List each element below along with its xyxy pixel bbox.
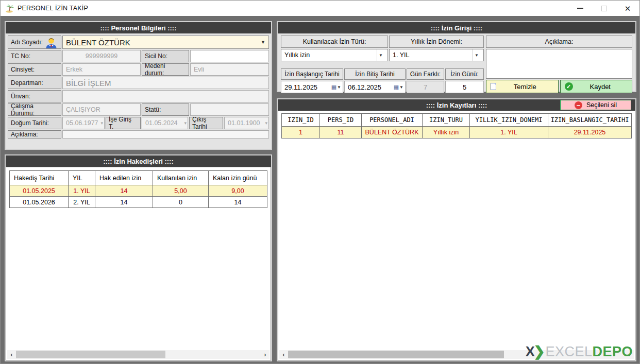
izin-turu-combobox[interactable]: Yıllık izin ▼ <box>281 49 388 61</box>
column-header[interactable]: Hak edilen izin <box>95 171 153 185</box>
table-cell[interactable]: 5,00 <box>153 185 209 197</box>
giris-aciklama-field[interactable] <box>486 49 632 79</box>
kaydet-button[interactable]: ✓ Kaydet <box>560 80 633 93</box>
gun-farkli-label: Gün Farklı: <box>407 68 444 80</box>
izin-girisi-body: Kullanılacak İzin Türü: Yıllık İzin Döne… <box>278 33 635 95</box>
ise-giris-value: 01.05.2024 <box>145 119 178 127</box>
secileni-sil-button[interactable]: − Seçileni sil <box>560 100 631 110</box>
chevron-down-icon[interactable]: ▼ <box>377 49 384 61</box>
chevron-down-icon[interactable]: ▾ <box>98 120 103 126</box>
cikis-tarihi-field[interactable]: 01.01.1900 ▾ <box>224 117 269 129</box>
ise-giris-field[interactable]: 01.05.2024 ▾ <box>142 117 188 129</box>
table-cell[interactable]: 1. YIL <box>69 185 95 197</box>
table-cell[interactable]: 11 <box>320 127 362 138</box>
izin-donemi-combobox[interactable]: 1. YIL ▼ <box>389 49 484 61</box>
scrollbar-thumb[interactable] <box>16 351 165 358</box>
bitis-tarihi-value: 06.12.2025 <box>348 83 381 91</box>
cinsiyet-label: Cinsiyet: <box>8 63 61 76</box>
table-cell[interactable]: 2. YIL <box>69 197 95 208</box>
chevron-down-icon[interactable]: ▾ <box>182 120 187 126</box>
table-cell[interactable]: 14 <box>95 197 153 208</box>
table-row[interactable]: 01.05.20251. YIL145,009,00 <box>10 185 267 197</box>
izin-kayitlari-table: IZIN_IDPERS_IDPERSONEL_ADIIZIN_TURUYILLI… <box>281 113 632 138</box>
izin-gunu-field[interactable]: 5 <box>445 81 484 93</box>
cinsiyet-field[interactable]: Erkek <box>62 63 141 76</box>
personel-bilgileri-panel: :::: Personel Bilgileri :::: Adı Soyadı: <box>5 21 272 150</box>
table-cell[interactable]: 14 <box>95 185 153 197</box>
scrollbar-track[interactable] <box>16 350 261 359</box>
table-cell[interactable]: 14 <box>209 197 267 208</box>
sicil-no-field[interactable] <box>190 50 269 62</box>
column-header[interactable]: IZIN_TURU <box>423 114 470 127</box>
column-header[interactable]: Kullanılan izin <box>153 171 209 185</box>
close-button[interactable]: ✕ <box>616 1 639 16</box>
personel-aciklama-field[interactable] <box>62 130 269 138</box>
medeni-durum-label: Medeni durum: <box>142 63 189 76</box>
close-icon: ✕ <box>625 5 631 12</box>
chevron-down-icon[interactable]: ▼ <box>473 49 480 61</box>
chevron-down-icon[interactable]: ▾ <box>263 120 267 126</box>
personel-name-combobox[interactable]: BÜLENT ÖZTÜRK ▼ <box>62 36 269 49</box>
departman-field[interactable]: BİLGİ İŞLEM <box>62 77 269 89</box>
izin-turu-label: Kullanılacak İzin Türü: <box>281 36 388 48</box>
calendar-icon[interactable]: ▦ <box>331 84 336 90</box>
baslangic-tarihi-picker[interactable]: 29.11.2025 ▦ ▼ <box>281 81 343 93</box>
izin-hakedisleri-body: Hakediş TarihiYILHak edilen izinKullanıl… <box>6 167 271 360</box>
chevron-down-icon[interactable]: ▼ <box>337 85 341 90</box>
document-icon <box>491 83 496 90</box>
hakedisler-table: Hakediş TarihiYILHak edilen izinKullanıl… <box>9 170 267 208</box>
temizle-button[interactable]: Temizle <box>486 80 559 93</box>
table-cell[interactable]: BÜLENT ÖZTÜRK <box>362 127 423 138</box>
izin-kayitlari-header-row: IZIN_IDPERS_IDPERSONEL_ADIIZIN_TURUYILLI… <box>282 114 632 127</box>
column-header[interactable]: YILLIK_IZIN_DONEMI <box>470 114 548 127</box>
title-bar: PERSONEL İZİN TAKİP ✕ <box>1 1 639 16</box>
table-cell[interactable]: 0 <box>153 197 209 208</box>
column-header[interactable]: PERSONEL_ADI <box>362 114 423 127</box>
table-cell[interactable]: Yıllık izin <box>423 127 470 138</box>
table-cell[interactable]: 1. YIL <box>470 127 548 138</box>
table-cell[interactable]: 9,00 <box>209 185 267 197</box>
hakedisler-horizontal-scrollbar[interactable] <box>7 350 270 359</box>
calendar-icon[interactable]: ▦ <box>394 84 399 90</box>
minimize-button[interactable] <box>568 1 592 16</box>
chevron-down-icon[interactable]: ▼ <box>261 40 265 45</box>
scroll-left-icon[interactable] <box>7 350 16 359</box>
scrollbar-thumb[interactable] <box>288 351 504 358</box>
maximize-button[interactable] <box>592 1 616 16</box>
tc-no-field[interactable]: 999999999 <box>62 50 141 62</box>
chevron-down-icon[interactable]: ▼ <box>399 85 403 90</box>
izin-girisi-header: :::: İzin Girişi :::: <box>278 22 635 33</box>
table-cell[interactable]: 1 <box>282 127 320 138</box>
minimize-icon <box>577 8 583 9</box>
adi-soyadi-label-cell: Adı Soyadı: <box>8 36 61 49</box>
scroll-right-icon[interactable] <box>261 350 270 359</box>
hakedisler-header-row: Hakediş TarihiYILHak edilen izinKullanıl… <box>10 171 267 185</box>
statu-field[interactable] <box>190 103 269 116</box>
exceldepo-logo: X ❯ EXCEL DEPO <box>526 343 633 360</box>
dogum-tarihi-field[interactable]: 05.06.1977 ▾ <box>62 117 105 129</box>
table-cell[interactable]: 01.05.2025 <box>10 185 69 197</box>
kaydet-button-label: Kaydet <box>573 83 628 91</box>
medeni-durum-field[interactable]: Evli <box>190 63 269 76</box>
table-cell[interactable]: 29.11.2025 <box>548 127 632 138</box>
calisma-durumu-field[interactable]: ÇALIŞIYOR <box>62 103 141 116</box>
column-header[interactable]: IZIN_ID <box>282 114 320 127</box>
bitis-tarihi-picker[interactable]: 06.12.2025 ▦ ▼ <box>344 81 406 93</box>
check-circle-icon: ✓ <box>565 82 573 91</box>
personel-name-value: BÜLENT ÖZTÜRK <box>66 38 130 47</box>
table-row[interactable]: 111BÜLENT ÖZTÜRKYıllık izin1. YIL29.11.2… <box>282 127 632 138</box>
column-header[interactable]: Hakediş Tarihi <box>10 171 69 185</box>
cikis-tarihi-label: Çıkış Tarihi <box>189 117 223 129</box>
scroll-left-icon[interactable] <box>279 350 288 359</box>
unvan-field[interactable] <box>62 90 269 102</box>
sicil-no-label: Sicil No: <box>142 50 189 62</box>
statu-label: Statü: <box>142 103 189 116</box>
table-row[interactable]: 01.05.20262. YIL14014 <box>10 197 267 208</box>
table-cell[interactable]: 01.05.2026 <box>10 197 69 208</box>
content-area: :::: Personel Bilgileri :::: Adı Soyadı: <box>1 16 639 363</box>
column-header[interactable]: Kalan izin günü <box>209 171 267 185</box>
column-header[interactable]: YIL <box>69 171 95 185</box>
izin-kayitlari-body: IZIN_IDPERS_IDPERSONEL_ADIIZIN_TURUYILLI… <box>278 111 635 360</box>
column-header[interactable]: PERS_ID <box>320 114 362 127</box>
column-header[interactable]: IZIN_BASLANGIC_TARIHI <box>548 114 632 127</box>
